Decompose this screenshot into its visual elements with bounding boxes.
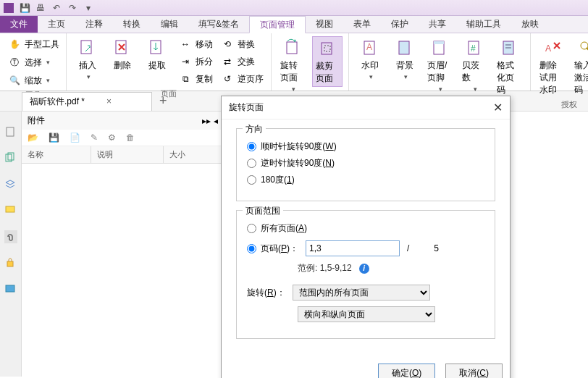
replace-button[interactable]: ⟲替换 <box>219 36 256 52</box>
info-icon[interactable]: i <box>359 264 369 274</box>
zoom-icon: 🔍 <box>7 73 22 88</box>
attachments-toolbar: 📂 💾 📄 ✎ ⚙ 🗑 <box>22 130 224 146</box>
range-fieldset: 页面范围 所有页面(A) 页码(P)： / 5 范例: 1,5-9,12i 旋转… <box>236 210 495 339</box>
navigation-pane <box>0 112 22 377</box>
crop-page-button[interactable]: 裁剪页面 <box>312 36 343 87</box>
open-icon[interactable]: 📂 <box>28 133 38 143</box>
svg-rect-26 <box>7 261 13 266</box>
trash-icon[interactable]: 🗑 <box>126 133 135 143</box>
chevron-down-icon: ▾ <box>46 59 50 66</box>
rotate-page-button[interactable]: 旋转页面▾ <box>277 36 308 94</box>
qat-save-icon[interactable]: 💾 <box>19 2 30 14</box>
radio-all-pages[interactable]: 所有页面(A) <box>247 222 484 235</box>
move-button[interactable]: ↔移动 <box>177 36 214 52</box>
split-button[interactable]: ⇥拆分 <box>177 54 214 70</box>
pages-icon[interactable] <box>4 152 17 165</box>
quick-access-toolbar: 💾 🖶 ↶ ↷ ▾ <box>0 0 588 16</box>
tab-fillsign[interactable]: 填写&签名 <box>188 16 249 33</box>
bates-button[interactable]: #贝茨数▾ <box>459 36 490 94</box>
radio-ccw[interactable]: 逆时针旋转90度(N) <box>247 157 484 169</box>
rotate-pages-dialog: 旋转页面 ✕ 方向 顺时针旋转90度(W) 逆时针旋转90度(N) 180度(1… <box>221 96 511 378</box>
attachment-icon[interactable] <box>4 230 17 243</box>
svg-rect-9 <box>399 41 409 54</box>
radio-180[interactable]: 180度(1) <box>247 174 484 186</box>
new-tab-button[interactable]: + <box>152 93 175 109</box>
rotate-scope-select[interactable]: 范围内的所有页面 <box>293 285 430 301</box>
svg-text:#: # <box>471 43 476 54</box>
close-tab-icon[interactable]: × <box>106 96 112 106</box>
select-button[interactable]: Ⓣ选择▾ <box>6 54 51 70</box>
layers-icon[interactable] <box>4 178 17 191</box>
settings-icon[interactable]: ⚙ <box>108 133 116 143</box>
cancel-button[interactable]: 取消(C) <box>445 364 503 378</box>
tab-comment[interactable]: 注释 <box>75 16 113 33</box>
copy-button[interactable]: ⧉复制 <box>177 71 214 87</box>
page-range-input[interactable] <box>306 240 400 256</box>
crop-icon <box>317 38 337 59</box>
header-footer-button[interactable]: 页眉/页脚▾ <box>424 36 455 94</box>
svg-rect-0 <box>4 3 14 13</box>
tab-protect[interactable]: 保护 <box>381 16 419 33</box>
signatures-icon[interactable] <box>4 282 17 295</box>
total-pages: 5 <box>434 243 439 253</box>
tab-form[interactable]: 表单 <box>343 16 381 33</box>
chevron-down-icon: ▾ <box>46 77 50 84</box>
delete-button[interactable]: 删除 <box>107 36 138 73</box>
bates-icon: # <box>464 38 484 58</box>
panel-menu-icon[interactable]: ◂ <box>214 116 218 126</box>
key-icon <box>576 38 588 58</box>
radio-pages[interactable]: 页码(P)： <box>247 243 298 255</box>
watermark-icon: A <box>360 38 380 58</box>
extract-button[interactable]: 提取 <box>142 36 172 73</box>
background-button[interactable]: 背景▾ <box>390 36 420 82</box>
swap-button[interactable]: ⇄交换 <box>219 54 256 70</box>
reverse-icon: ↺ <box>220 72 235 86</box>
reverse-button[interactable]: ↺逆页序 <box>219 71 265 87</box>
enter-key-button[interactable]: 输入激活码 <box>571 36 588 98</box>
watermark-button[interactable]: A水印▾ <box>355 36 385 82</box>
hand-tool-button[interactable]: ✋手型工具 <box>6 36 61 52</box>
col-size[interactable]: 大小 <box>164 146 224 163</box>
background-icon <box>395 38 415 58</box>
range-hint: 范例: 1,5-9,12i <box>298 262 484 274</box>
orientation-select[interactable]: 横向和纵向页面 <box>298 306 435 322</box>
qat-undo-icon[interactable]: ↶ <box>51 2 62 14</box>
col-desc[interactable]: 说明 <box>91 146 164 163</box>
copy-icon: ⧉ <box>178 72 193 86</box>
tab-convert[interactable]: 转换 <box>113 16 151 33</box>
security-icon[interactable] <box>4 256 17 269</box>
add-icon[interactable]: 📄 <box>70 133 80 143</box>
tab-home[interactable]: 主页 <box>38 16 75 33</box>
direction-fieldset: 方向 顺时针旋转90度(W) 逆时针旋转90度(N) 180度(1) <box>236 128 495 201</box>
collapse-icon[interactable]: ▸▸ <box>202 116 211 126</box>
tab-present[interactable]: 放映 <box>511 16 549 33</box>
qat-print-icon[interactable]: 🖶 <box>35 2 46 14</box>
insert-button[interactable]: 插入▾ <box>72 36 103 82</box>
ok-button[interactable]: 确定(O) <box>378 364 435 378</box>
qat-redo-icon[interactable]: ↷ <box>67 2 78 14</box>
format-page-button[interactable]: 格式化页码 <box>494 36 524 98</box>
panel-title: 附件 <box>28 114 45 127</box>
tab-view[interactable]: 视图 <box>306 16 343 33</box>
tab-edit[interactable]: 编辑 <box>151 16 188 33</box>
format-icon <box>499 38 519 58</box>
tab-organize[interactable]: 页面管理 <box>249 16 306 33</box>
qat-more-icon[interactable]: ▾ <box>83 2 94 14</box>
tab-file[interactable]: 文件 <box>0 16 38 33</box>
move-icon: ↔ <box>178 37 193 51</box>
bookmark-icon[interactable] <box>4 126 17 139</box>
zoom-button[interactable]: 🔍缩放▾ <box>6 72 51 88</box>
radio-cw[interactable]: 顺时针旋转90度(W) <box>247 140 484 153</box>
close-icon[interactable]: ✕ <box>493 101 503 114</box>
remove-trial-button[interactable]: A删除试用水印 <box>537 36 567 98</box>
document-name: 福昕软件.pdf * <box>30 96 85 108</box>
rotate-label: 旋转(R)： <box>247 287 285 299</box>
comments-icon[interactable] <box>4 204 17 217</box>
col-name[interactable]: 名称 <box>22 146 91 163</box>
document-tab[interactable]: 福昕软件.pdf * × <box>22 92 152 111</box>
edit-icon[interactable]: ✎ <box>91 133 98 143</box>
replace-icon: ⟲ <box>220 37 235 51</box>
tab-share[interactable]: 共享 <box>419 16 456 33</box>
tab-a11y[interactable]: 辅助工具 <box>456 16 511 33</box>
save-icon[interactable]: 💾 <box>49 133 59 143</box>
